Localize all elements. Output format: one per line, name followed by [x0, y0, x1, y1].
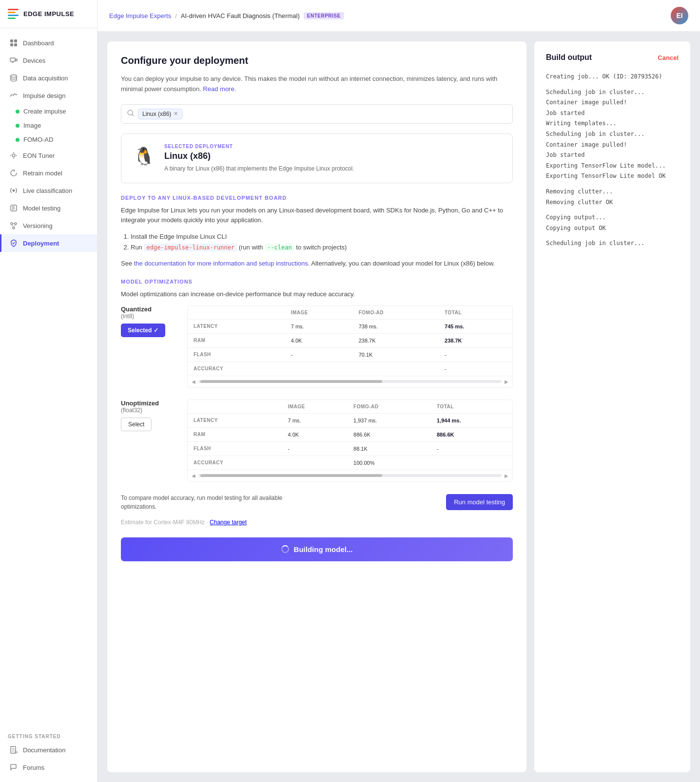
sidebar-item-retrain-model[interactable]: Retrain model [0, 164, 97, 182]
quantized-sub: (int8) [121, 313, 179, 320]
fomoad-val: 738 ms. [353, 319, 439, 333]
table-row: RAM 4.0K 238.7K 238.7K [188, 333, 512, 347]
user-avatar[interactable]: EI [671, 7, 688, 24]
col-metric [188, 400, 282, 414]
sidebar-item-versioning[interactable]: Versioning [0, 217, 97, 234]
svg-line-23 [14, 225, 16, 227]
log-line-5: Writing templates... [546, 118, 679, 129]
scroll-left-icon[interactable]: ◀ [192, 379, 195, 384]
sidebar-item-create-impulse[interactable]: Create impulse [16, 104, 97, 118]
dot-icon [16, 110, 19, 114]
scrollbar-thumb-2 [200, 474, 382, 477]
sidebar-item-dashboard[interactable]: Dashboard [0, 34, 97, 52]
scroll-left-icon-2[interactable]: ◀ [192, 473, 195, 478]
image-val [282, 456, 348, 470]
unoptimized-label-col: Unoptimized (float32) Select [121, 400, 179, 431]
svg-line-29 [132, 114, 134, 116]
scroll-right-icon[interactable]: ▶ [505, 379, 508, 384]
change-target-link[interactable]: Change target [210, 519, 247, 526]
deployment-type-label: SELECTED DEPLOYMENT [164, 144, 354, 149]
sidebar-item-eon-tuner[interactable]: EON Tuner [0, 147, 97, 164]
sidebar-item-documentation[interactable]: Documentation [0, 741, 97, 759]
table-scroll-area-2[interactable]: IMAGE FOMO-AD TOTAL LATENCY 7 ms [188, 400, 512, 481]
sidebar-item-impulse-design[interactable]: Impulse design [0, 87, 97, 104]
sidebar-item-image[interactable]: Image [16, 118, 97, 133]
total-val: - [439, 347, 512, 362]
log-line-14: Copying output OK [546, 223, 679, 234]
select-button[interactable]: Select [121, 418, 152, 431]
search-tag: Linux (x86) ✕ [138, 109, 182, 119]
breadcrumb: Edge Impulse Experts / AI-driven HVAC Fa… [109, 12, 344, 19]
compare-row: To compare model accuracy, run model tes… [121, 494, 513, 511]
sidebar-item-deployment[interactable]: Deployment [0, 234, 97, 252]
table-scrollbar-area[interactable]: ◀ ▶ [192, 379, 508, 384]
enterprise-badge: ENTERPRISE [304, 12, 344, 19]
log-line-4: Job started [546, 108, 679, 119]
linux-deploy-desc: Edge Impulse for Linux lets you run your… [121, 206, 513, 226]
selected-button[interactable]: Selected ✓ [121, 324, 165, 337]
metric-label: FLASH [188, 441, 282, 456]
search-bar: Linux (x86) ✕ [121, 104, 513, 124]
table-row: FLASH - 88.1K - [188, 441, 512, 456]
build-button-wrap: Building model... [121, 537, 513, 561]
image-val [285, 362, 353, 376]
deployment-name: Linux (x86) [164, 151, 354, 161]
log-line-15: Scheduling job in cluster... [546, 238, 679, 249]
fomoad-val: 70.1K [353, 347, 439, 362]
breadcrumb-link[interactable]: Edge Impulse Experts [109, 12, 171, 19]
code-runner: edge-impulse-linux-runner [144, 244, 237, 251]
panel-title: Configure your deployment [121, 55, 513, 66]
log-line-11: Removing clutter... [546, 187, 679, 197]
mini-scrollbar[interactable] [198, 380, 502, 383]
sidebar-item-label: FOMO-AD [23, 136, 53, 143]
build-btn-label: Building model... [294, 545, 353, 553]
table-scroll-area[interactable]: IMAGE FOMO-AD TOTAL LATENCY 7 ms [188, 306, 512, 387]
sidebar-item-forums[interactable]: Forums [0, 759, 97, 776]
forums-icon [9, 763, 18, 772]
sidebar-item-live-classification[interactable]: Live classification [0, 182, 97, 199]
dot-icon [16, 138, 19, 142]
build-log: Creating job... OK (ID: 20793526) Schedu… [546, 72, 679, 249]
log-line-8: Job started [546, 150, 679, 161]
log-line-1: Creating job... OK (ID: 20793526) [546, 72, 679, 82]
tag-close-btn[interactable]: ✕ [174, 111, 178, 117]
build-model-button[interactable]: Building model... [121, 537, 513, 561]
col-image: IMAGE [285, 306, 353, 320]
scrollbar-row: ◀ ▶ [188, 376, 512, 387]
read-more-link[interactable]: Read more. [203, 85, 236, 93]
sidebar-nav: Dashboard Devices Data acquisition [0, 28, 97, 728]
image-val: - [285, 347, 353, 362]
sidebar-item-devices[interactable]: Devices [0, 52, 97, 69]
metric-label: ACCURACY [188, 456, 282, 470]
sidebar-item-label: Documentation [23, 746, 65, 754]
app-container: EDGE IMPULSE Dashboard Devices [0, 0, 700, 782]
col-total: TOTAL [431, 400, 512, 414]
svg-rect-3 [14, 43, 17, 46]
nav-sub-group: Create impulse Image FOMO-AD [0, 104, 97, 147]
image-val: - [282, 441, 348, 456]
scroll-right-icon-2[interactable]: ▶ [505, 473, 508, 478]
mini-scrollbar-2[interactable] [198, 474, 502, 477]
spinner-icon [281, 545, 289, 553]
topbar: Edge Impulse Experts / AI-driven HVAC Fa… [97, 0, 700, 32]
metric-label: RAM [188, 427, 282, 441]
step-1: Install the Edge Impulse Linux CLI [131, 231, 513, 242]
sidebar-item-label: Image [23, 122, 41, 129]
sidebar-item-model-testing[interactable]: Model testing [0, 199, 97, 217]
svg-rect-0 [10, 39, 13, 42]
svg-rect-1 [14, 39, 17, 42]
devices-icon [9, 56, 18, 65]
docs-link[interactable]: the documentation for more information a… [134, 260, 308, 267]
deploy-panel: Configure your deployment You can deploy… [107, 41, 526, 772]
sidebar-item-label: Forums [23, 764, 44, 771]
sidebar-item-label: Deployment [23, 240, 59, 247]
image-val: 7 ms. [282, 413, 348, 427]
metric-label: RAM [188, 333, 285, 347]
table-scrollbar-area-2[interactable]: ◀ ▶ [192, 473, 508, 478]
sidebar-item-fomo-ad[interactable]: FOMO-AD [16, 133, 97, 147]
log-line-12: Removing clutter OK [546, 197, 679, 208]
sidebar-item-data-acquisition[interactable]: Data acquisition [0, 69, 97, 87]
run-model-testing-button[interactable]: Run model testing [446, 494, 513, 510]
cancel-button[interactable]: Cancel [658, 54, 679, 61]
fomoad-val: 100.00% [348, 456, 431, 470]
